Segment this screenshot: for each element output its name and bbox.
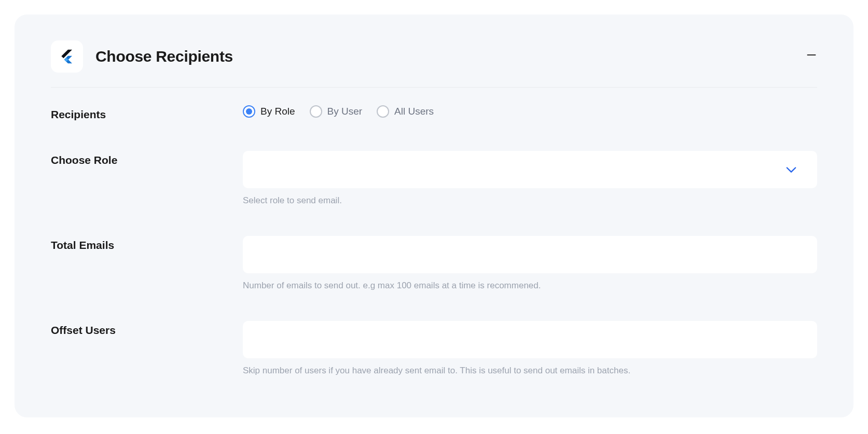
header-left: Choose Recipients (51, 40, 233, 73)
flutter-icon (59, 48, 75, 65)
form-body: Recipients By Role By User (51, 88, 817, 376)
offset-users-input[interactable] (243, 321, 817, 358)
offset-users-field: Skip number of users if you have already… (243, 321, 817, 376)
total-emails-helper: Number of emails to send out. e.g max 10… (243, 281, 817, 291)
radio-circle-icon (310, 105, 322, 118)
role-select[interactable] (243, 151, 817, 188)
chevron-down-icon (784, 162, 798, 177)
offset-users-helper: Skip number of users if you have already… (243, 366, 817, 376)
radio-label: By Role (260, 106, 295, 117)
radio-by-user[interactable]: By User (310, 105, 363, 118)
radio-dot-icon (246, 108, 252, 115)
choose-role-field: Select role to send email. (243, 151, 817, 206)
radio-circle-icon (377, 105, 389, 118)
choose-role-label: Choose Role (51, 151, 243, 166)
radio-label: All Users (394, 106, 434, 117)
panel-header: Choose Recipients (51, 40, 817, 88)
radio-all-users[interactable]: All Users (377, 105, 434, 118)
minus-icon (806, 49, 817, 61)
recipients-field: By Role By User All Users (243, 105, 817, 118)
total-emails-input[interactable] (243, 236, 817, 273)
recipients-label: Recipients (51, 105, 243, 121)
recipients-row: Recipients By Role By User (51, 105, 817, 121)
offset-users-row: Offset Users Skip number of users if you… (51, 321, 817, 376)
app-logo (51, 40, 83, 73)
total-emails-row: Total Emails Number of emails to send ou… (51, 236, 817, 291)
total-emails-label: Total Emails (51, 236, 243, 251)
radio-label: By User (327, 106, 363, 117)
recipients-radio-group: By Role By User All Users (243, 105, 817, 118)
radio-by-role[interactable]: By Role (243, 105, 295, 118)
total-emails-field: Number of emails to send out. e.g max 10… (243, 236, 817, 291)
radio-circle-icon (243, 105, 255, 118)
choose-recipients-panel: Choose Recipients Recipients By Role (15, 15, 853, 417)
panel-title: Choose Recipients (95, 48, 233, 65)
collapse-button[interactable] (806, 49, 817, 64)
choose-role-helper: Select role to send email. (243, 195, 817, 206)
offset-users-label: Offset Users (51, 321, 243, 337)
choose-role-row: Choose Role Select role to send email. (51, 151, 817, 206)
